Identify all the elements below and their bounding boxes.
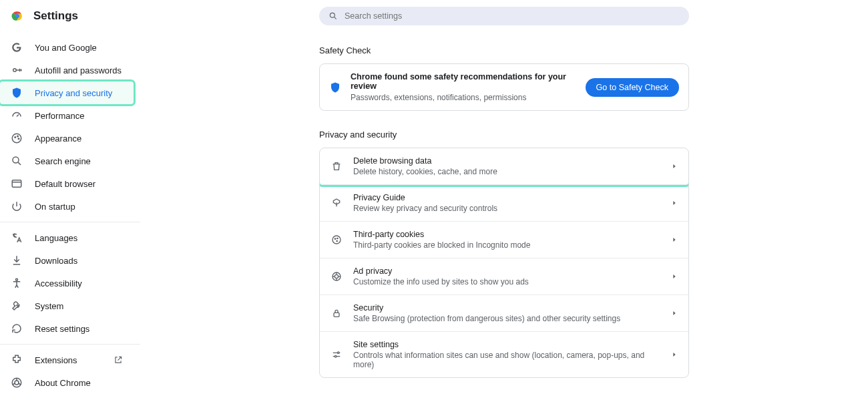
- row-privacy-guide[interactable]: Privacy Guide Review key privacy and sec…: [320, 185, 688, 222]
- search-icon: [329, 11, 338, 21]
- chrome-outline-icon: [11, 377, 23, 389]
- sidebar-item-about-chrome[interactable]: About Chrome: [0, 371, 134, 394]
- speedometer-icon: [11, 110, 23, 122]
- row-ad-privacy[interactable]: Ad privacy Customize the info used by si…: [320, 258, 688, 295]
- sidebar-item-label: System: [35, 301, 63, 311]
- row-title: Site settings: [353, 340, 660, 349]
- row-subtitle: Controls what information sites can use …: [353, 351, 660, 369]
- brand-title: Settings: [33, 9, 78, 23]
- row-subtitle: Customize the info used by sites to show…: [353, 277, 660, 286]
- safety-check-subtitle: Passwords, extensions, notifications, pe…: [351, 93, 576, 102]
- search-icon: [11, 155, 23, 167]
- sidebar-item-label: Default browser: [35, 179, 95, 189]
- sidebar-item-label: Languages: [35, 233, 77, 243]
- download-icon: [11, 254, 23, 266]
- sidebar-item-languages[interactable]: Languages: [0, 226, 134, 249]
- row-delete-browsing-data[interactable]: Delete browsing data Delete history, coo…: [320, 148, 688, 185]
- reset-icon: [11, 323, 23, 335]
- svg-point-7: [18, 138, 19, 140]
- safety-check-card: Chrome found some safety recommendations…: [319, 63, 689, 111]
- sidebar-item-extensions[interactable]: Extensions: [0, 349, 134, 371]
- sidebar-item-you-and-google[interactable]: You and Google: [0, 36, 134, 59]
- svg-point-21: [337, 352, 339, 354]
- row-title: Third-party cookies: [353, 230, 660, 239]
- chevron-right-icon: [671, 310, 678, 317]
- go-to-safety-check-button[interactable]: Go to Safety Check: [586, 78, 679, 97]
- cookie-icon: [331, 234, 343, 245]
- sidebar-item-label: Reset settings: [35, 324, 89, 334]
- row-subtitle: Review key privacy and security controls: [353, 204, 660, 213]
- svg-point-10: [16, 278, 18, 280]
- main-content: Safety Check Chrome found some safety re…: [140, 0, 868, 404]
- svg-point-17: [337, 240, 337, 241]
- sidebar-item-label: You and Google: [35, 43, 97, 53]
- sidebar-item-downloads[interactable]: Downloads: [0, 249, 134, 272]
- sidebar-group-secondary: Languages Downloads Accessibility System…: [0, 226, 140, 345]
- sidebar-item-system[interactable]: System: [0, 294, 134, 317]
- sidebar-item-accessibility[interactable]: Accessibility: [0, 272, 134, 294]
- svg-point-5: [15, 137, 16, 138]
- trash-icon: [331, 161, 343, 172]
- row-security[interactable]: Security Safe Browsing (protection from …: [320, 295, 688, 332]
- browser-icon: [11, 178, 23, 190]
- google-g-icon: [11, 41, 23, 53]
- safety-check-label: Safety Check: [319, 45, 689, 55]
- svg-rect-20: [334, 313, 339, 317]
- sidebar-item-label: About Chrome: [35, 378, 91, 388]
- sidebar-group-main: You and Google Autofill and passwords Pr…: [0, 36, 140, 222]
- search-settings-bar[interactable]: [319, 7, 689, 25]
- palette-icon: [11, 132, 23, 144]
- row-title: Delete browsing data: [353, 156, 660, 166]
- sidebar-group-footer: Extensions About Chrome: [0, 349, 140, 398]
- privacy-section-label: Privacy and security: [319, 130, 689, 140]
- sidebar-item-search-engine[interactable]: Search engine: [0, 150, 134, 172]
- sidebar-item-appearance[interactable]: Appearance: [0, 127, 134, 150]
- svg-point-16: [337, 238, 338, 238]
- sidebar-item-performance[interactable]: Performance: [0, 104, 134, 127]
- ad-icon: [331, 271, 343, 282]
- translate-icon: [11, 232, 23, 244]
- sidebar-item-on-startup[interactable]: On startup: [0, 195, 134, 218]
- sidebar-item-privacy-security[interactable]: Privacy and security: [0, 81, 134, 104]
- safety-check-title: Chrome found some safety recommendations…: [351, 72, 576, 91]
- sidebar-item-default-browser[interactable]: Default browser: [0, 172, 134, 195]
- safety-check-text: Chrome found some safety recommendations…: [351, 72, 576, 102]
- svg-point-19: [335, 274, 338, 278]
- sidebar-item-label: Extensions: [35, 355, 77, 365]
- sidebar-item-reset-settings[interactable]: Reset settings: [0, 317, 134, 340]
- svg-point-14: [333, 236, 341, 244]
- key-icon: [11, 64, 23, 76]
- external-link-icon: [114, 355, 123, 365]
- chevron-right-icon: [671, 351, 678, 358]
- sidebar-item-autofill[interactable]: Autofill and passwords: [0, 59, 134, 81]
- svg-point-12: [15, 381, 19, 385]
- sidebar-item-label: Performance: [35, 111, 84, 121]
- row-title: Privacy Guide: [353, 193, 660, 202]
- chevron-right-icon: [671, 236, 678, 243]
- chevron-right-icon: [671, 163, 678, 170]
- svg-point-15: [335, 238, 335, 239]
- sidebar-item-label: Accessibility: [35, 278, 82, 288]
- row-subtitle: Delete history, cookies, cache, and more: [353, 167, 660, 176]
- sidebar-item-label: On startup: [35, 202, 75, 212]
- svg-point-13: [330, 13, 335, 17]
- sidebar-item-label: Privacy and security: [35, 88, 112, 98]
- chevron-right-icon: [671, 200, 678, 206]
- row-subtitle: Safe Browsing (protection from dangerous…: [353, 314, 660, 323]
- power-icon: [11, 200, 23, 212]
- sidebar-item-label: Search engine: [35, 156, 91, 166]
- svg-point-3: [13, 69, 17, 72]
- chevron-right-icon: [671, 273, 678, 280]
- svg-point-6: [17, 136, 19, 137]
- row-site-settings[interactable]: Site settings Controls what information …: [320, 332, 688, 377]
- row-third-party-cookies[interactable]: Third-party cookies Third-party cookies …: [320, 222, 688, 258]
- sidebar-item-label: Appearance: [35, 134, 81, 144]
- search-settings-input[interactable]: [345, 11, 680, 21]
- row-title: Ad privacy: [353, 266, 660, 276]
- svg-point-22: [335, 355, 337, 357]
- chrome-logo-icon: [11, 9, 24, 23]
- wrench-icon: [11, 300, 23, 312]
- svg-point-8: [13, 157, 19, 163]
- lock-icon: [331, 308, 343, 319]
- extension-icon: [11, 354, 23, 366]
